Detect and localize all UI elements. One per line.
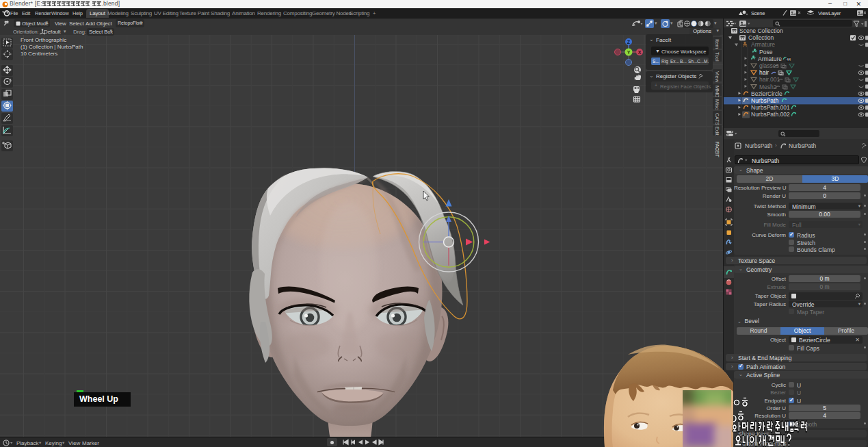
svg-text:BezierCircle: BezierCircle: [751, 90, 782, 97]
svg-text:Armature: Armature: [751, 41, 775, 48]
svg-text:Mesh2: Mesh2: [759, 84, 777, 90]
svg-text:hair: hair: [759, 69, 769, 76]
svg-text:NurbsPath.002: NurbsPath.002: [751, 111, 790, 118]
svg-text:Z: Z: [627, 40, 631, 44]
svg-text:Y: Y: [627, 50, 631, 55]
svg-text:NurbsPath: NurbsPath: [751, 97, 778, 104]
svg-text:X: X: [638, 50, 642, 55]
svg-text:44: 44: [787, 58, 791, 62]
svg-text:Armature: Armature: [758, 55, 782, 62]
svg-text:hair.001: hair.001: [759, 76, 780, 83]
svg-text:Pose: Pose: [759, 49, 773, 55]
svg-text:Scene Collection: Scene Collection: [739, 27, 783, 34]
svg-text:Collection: Collection: [748, 34, 774, 41]
svg-text:NurbsPath.001: NurbsPath.001: [751, 104, 790, 111]
